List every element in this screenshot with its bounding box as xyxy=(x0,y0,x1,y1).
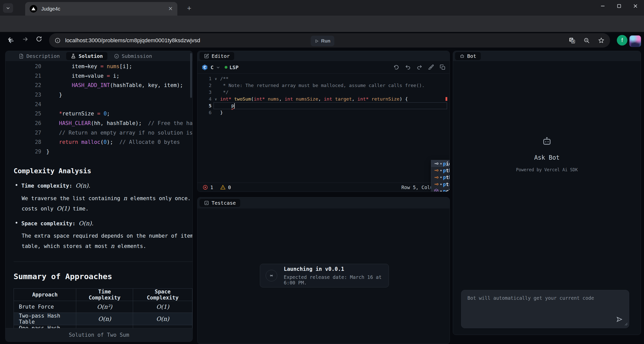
bot-message-input[interactable] xyxy=(461,290,629,328)
tab-submission[interactable]: Submission xyxy=(109,52,156,60)
code-text: } xyxy=(41,92,62,98)
browser-forward-button[interactable] xyxy=(22,36,29,44)
table-cell: Two-pass Hash Table xyxy=(14,313,76,325)
table-row: Brute ForceO(n²)O(1) xyxy=(14,301,192,313)
panel-scrollbar[interactable] xyxy=(190,53,192,98)
window-close-button[interactable] xyxy=(633,4,638,9)
broadcast-icon xyxy=(266,270,277,281)
autocomplete-item[interactable]: pthread_t xyxy=(431,174,450,181)
code-token: */ xyxy=(220,90,228,95)
code-token: = xyxy=(107,73,110,79)
item-bullet-icon xyxy=(440,170,442,171)
code-token: * Note: The returned array must be mallo… xyxy=(220,83,425,88)
autocomplete-item[interactable]: ptrdiff_t xyxy=(431,181,450,188)
page-back-button[interactable] xyxy=(8,37,15,46)
code-token xyxy=(46,82,72,88)
table-cell: O(n) xyxy=(133,313,192,325)
bot-empty-title: Ask Bot xyxy=(453,154,641,161)
file-text-icon xyxy=(19,54,24,59)
complexity-body: Time complexity: O(n).We traverse the li… xyxy=(14,182,192,250)
complexity-heading: Complexity Analysis xyxy=(14,167,192,175)
text-run: n xyxy=(111,243,114,249)
editor-code-line[interactable]: 3 */ xyxy=(197,89,450,96)
autocomplete-item[interactable]: pclose(FILE *) xyxy=(431,188,450,192)
new-tab-button[interactable]: + xyxy=(185,4,193,13)
launch-notice-card: Launching in v0.0.1 Expected release dat… xyxy=(260,264,389,287)
tab-bot[interactable]: Bot xyxy=(455,52,481,60)
editor-code-line[interactable]: 6} xyxy=(197,109,450,116)
autocomplete-item[interactable]: pthread_attr_t xyxy=(431,167,450,174)
tab-testcase[interactable]: Testcase xyxy=(199,199,240,207)
code-token: target xyxy=(335,96,352,102)
table-cell: O(n) xyxy=(76,313,133,325)
language-selector[interactable]: C xyxy=(211,64,220,70)
arrow-right-icon xyxy=(22,36,29,43)
line-number: 20 xyxy=(6,63,41,69)
code-token xyxy=(231,96,234,102)
warning-icon xyxy=(220,185,226,190)
editor-code-line[interactable]: 4∨int* twoSum(int* nums, int numsSize, i… xyxy=(197,96,450,102)
autocomplete-item[interactable]: pid_t xyxy=(431,160,450,167)
code-token: HASH_ADD_INT xyxy=(72,82,110,88)
complexity-paragraph-line: costs only O(1) time. xyxy=(14,205,192,212)
code-token: 0 xyxy=(104,139,107,145)
code-token xyxy=(46,111,59,117)
user-avatar[interactable] xyxy=(629,35,641,47)
line-number: 25 xyxy=(6,111,41,117)
redo-button[interactable] xyxy=(417,64,422,70)
editor-strip: Editor xyxy=(197,51,450,61)
editor-code-line[interactable]: 2 * Note: The returned array must be mal… xyxy=(197,82,450,89)
site-info-icon[interactable] xyxy=(55,37,61,44)
complexity-paragraph-line: We traverse the list containing n elemen… xyxy=(14,194,192,202)
bookmark-star-icon[interactable] xyxy=(598,37,605,44)
browser-tab[interactable]: Judge4c ✕ xyxy=(25,2,177,16)
line-number: 23 xyxy=(6,92,41,98)
window-minimize-button[interactable] xyxy=(600,4,605,9)
code-token: 0 xyxy=(104,111,107,117)
text-run: The extra space required depends on the … xyxy=(22,233,193,239)
tab-solution[interactable]: Solution xyxy=(66,52,107,60)
window-maximize-button[interactable] xyxy=(617,4,621,8)
line-number: 2 xyxy=(197,83,212,88)
zoom-out-icon[interactable] xyxy=(583,37,590,44)
fold-chevron-icon[interactable]: ∨ xyxy=(212,77,220,81)
panel-footer: Solution of Two Sum xyxy=(6,328,192,341)
column-header: Space Complexity xyxy=(133,288,192,301)
editor-panel: Editor C C LSP 1∨/**2 * Note: The return… xyxy=(197,51,450,192)
code-token: * xyxy=(59,111,62,117)
tab-close-icon[interactable]: ✕ xyxy=(168,6,173,12)
table-cell: O(1) xyxy=(133,301,192,313)
send-icon[interactable] xyxy=(616,316,623,324)
tab-list-chevron-button[interactable] xyxy=(3,3,13,13)
code-line: 24 xyxy=(6,100,192,109)
code-token: int* xyxy=(254,96,265,102)
browser-reload-button[interactable] xyxy=(36,36,42,43)
format-code-button[interactable] xyxy=(428,64,434,70)
editor-code-line[interactable]: 5 p xyxy=(197,102,450,109)
chevron-down-icon xyxy=(216,65,220,69)
code-text: item→key = nums[i]; xyxy=(41,63,132,69)
line-number: 6 xyxy=(197,110,212,115)
undo-button[interactable] xyxy=(405,64,411,70)
copy-code-button[interactable] xyxy=(440,64,446,70)
tab-editor[interactable]: Editor xyxy=(199,52,234,60)
editor-code-area[interactable]: 1∨/**2 * Note: The returned array must b… xyxy=(197,74,450,116)
code-token: = xyxy=(97,111,100,117)
code-text: return malloc(0); // Allocate 0 bytes xyxy=(41,139,180,145)
code-text: p xyxy=(220,103,235,109)
table-header-row: ApproachTime ComplexitySpace Complexity xyxy=(14,288,192,301)
error-ruler-mark xyxy=(446,97,447,101)
fold-chevron-icon[interactable]: ∨ xyxy=(212,97,220,101)
reset-code-button[interactable] xyxy=(393,64,399,70)
code-text: // Return an empty array if no solution … xyxy=(41,130,193,136)
tab-description[interactable]: Description xyxy=(14,52,64,60)
editor-code-line[interactable]: 1∨/** xyxy=(197,75,450,82)
editor-statusbar: 1 0 Row 5, Column 6 xyxy=(197,183,450,192)
match-prefix: p xyxy=(443,182,446,187)
browser-profile-avatar[interactable]: f xyxy=(617,35,627,46)
run-button[interactable]: Run xyxy=(311,36,334,46)
code-token: twoSum xyxy=(234,96,251,102)
translate-icon[interactable]: GA xyxy=(569,37,575,44)
code-token: item→value xyxy=(46,73,107,79)
resize-grip-icon[interactable] xyxy=(625,322,628,327)
